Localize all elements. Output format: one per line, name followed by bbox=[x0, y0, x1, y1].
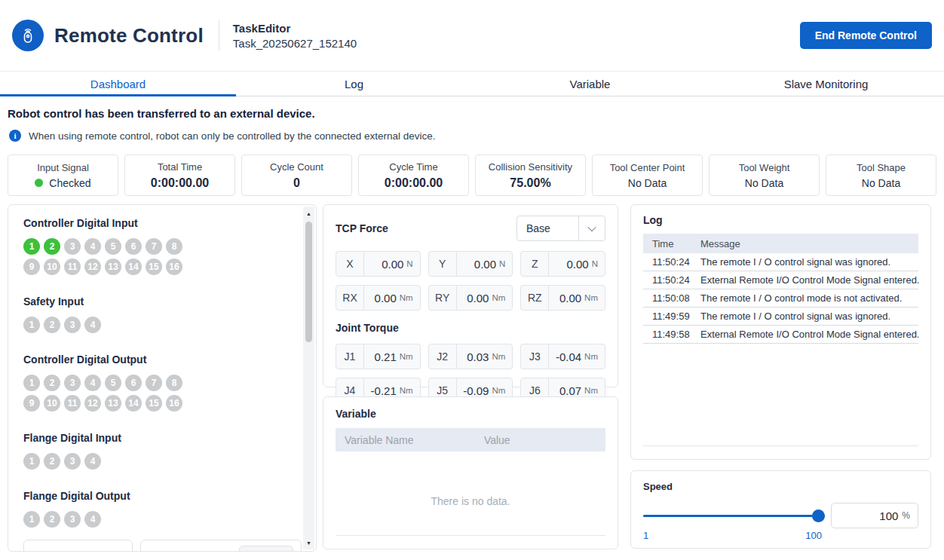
io-dot-row: 1234 bbox=[23, 511, 191, 528]
scrollbar-up-arrow-icon[interactable]: ▲ bbox=[303, 208, 314, 219]
dashboard-main: Controller Digital Input1234567891011121… bbox=[0, 204, 944, 555]
tab-variable[interactable]: Variable bbox=[472, 72, 708, 96]
tab-dashboard[interactable]: Dashboard bbox=[0, 72, 236, 96]
io-dot-12: 12 bbox=[84, 259, 101, 275]
stat-card-tool-shape: Tool ShapeNo Data bbox=[826, 155, 936, 196]
io-dot-13: 13 bbox=[105, 395, 121, 412]
end-remote-control-button[interactable]: End Remote Control bbox=[800, 22, 932, 49]
field-number: 0.21 bbox=[375, 350, 397, 363]
io-section-title: Safety Input bbox=[23, 295, 289, 308]
field-unit: N bbox=[499, 259, 505, 268]
field-number: 0.00 bbox=[559, 292, 581, 304]
io-dot-3: 3 bbox=[64, 238, 81, 255]
field-number: -0.21 bbox=[371, 384, 397, 397]
stat-label: Tool Center Point bbox=[610, 162, 685, 173]
speed-slider-fill bbox=[643, 515, 825, 517]
io-section-title: Controller Digital Output bbox=[23, 353, 289, 366]
chevron-down-icon bbox=[579, 225, 605, 231]
field-number: 0.07 bbox=[559, 384, 581, 397]
field-number: -0.04 bbox=[556, 350, 581, 363]
joint-torque-title: Joint Torque bbox=[336, 322, 605, 334]
log-rows: 11:50:24The remote I / O control signal … bbox=[643, 253, 918, 344]
tcp-force-field-z: Z0.00N bbox=[520, 251, 605, 277]
io-dot-11: 11 bbox=[64, 395, 81, 412]
joint-torque-fields: J10.21NmJ20.03NmJ3-0.04NmJ4-0.21NmJ5-0.0… bbox=[336, 344, 605, 403]
log-row: 11:50:24The remote I / O control signal … bbox=[643, 253, 918, 271]
speed-slider[interactable] bbox=[643, 509, 822, 522]
io-dot-7: 7 bbox=[146, 238, 162, 255]
field-value: 0.00N bbox=[457, 252, 513, 276]
io-dot-8: 8 bbox=[166, 238, 182, 255]
scrollbar-thumb[interactable] bbox=[305, 222, 312, 342]
partial-control-box[interactable] bbox=[140, 540, 302, 552]
speed-title: Speed bbox=[643, 481, 918, 492]
scrollbar-down-arrow-icon[interactable]: ▼ bbox=[303, 537, 314, 548]
io-dot-6: 6 bbox=[125, 238, 142, 255]
stat-card-total-time: Total Time0:00:00.00 bbox=[124, 155, 235, 196]
variable-panel-title: Variable bbox=[336, 408, 605, 420]
stat-label: Tool Shape bbox=[857, 162, 906, 173]
variable-empty-text: There is no data. bbox=[336, 495, 605, 507]
stat-card-cycle-count: Cycle Count0 bbox=[241, 155, 352, 196]
log-row: 11:50:08The remote I / O control mode is… bbox=[643, 289, 918, 308]
status-dot-icon bbox=[35, 179, 43, 187]
field-unit: N bbox=[592, 259, 598, 268]
field-number: 0.00 bbox=[375, 292, 397, 304]
stat-value: No Data bbox=[628, 177, 667, 189]
io-dot-row: 1234 bbox=[23, 317, 191, 333]
io-dot-5: 5 bbox=[105, 238, 121, 255]
speed-value-field[interactable]: 100 % bbox=[831, 503, 918, 528]
io-dot-9: 9 bbox=[23, 259, 40, 275]
stat-value: No Data bbox=[862, 177, 900, 189]
io-section-controller-digital-output: Controller Digital Output123456789101112… bbox=[23, 353, 289, 412]
field-number: 0.00 bbox=[467, 292, 489, 304]
io-section-flange-digital-output: Flange Digital Output1234 bbox=[23, 490, 289, 528]
tcp-force-field-rx: RX0.00Nm bbox=[336, 285, 421, 311]
io-dot-9: 9 bbox=[23, 395, 40, 412]
coordinate-frame-selected: Base bbox=[517, 222, 578, 234]
speed-slider-handle[interactable] bbox=[812, 510, 825, 522]
io-panel-scrollbar[interactable]: ▲ ▼ bbox=[303, 207, 314, 549]
tab-log[interactable]: Log bbox=[236, 72, 472, 96]
app-title: Remote Control bbox=[54, 24, 204, 47]
io-dot-4: 4 bbox=[84, 453, 101, 470]
field-number: -0.09 bbox=[463, 384, 489, 397]
speed-max-label: 100 bbox=[805, 530, 822, 541]
task-info: TaskEditor Task_20250627_152140 bbox=[233, 22, 357, 50]
stat-value: 0:00:00.00 bbox=[151, 176, 209, 190]
tcp-force-field-rz: RZ0.00Nm bbox=[520, 285, 605, 311]
log-row-message: The remote I / O control signal was igno… bbox=[700, 311, 918, 322]
field-value: -0.04Nm bbox=[549, 344, 605, 369]
task-name: Task_20250627_152140 bbox=[233, 37, 357, 50]
io-dot-2: 2 bbox=[44, 511, 60, 528]
speed-panel: Speed 100 % 1 100 bbox=[630, 470, 931, 549]
io-dot-11: 11 bbox=[64, 259, 81, 275]
field-value: 0.00Nm bbox=[549, 286, 605, 310]
tcp-force-field-ry: RY0.00Nm bbox=[428, 285, 513, 311]
io-section-title: Controller Digital Input bbox=[23, 217, 289, 229]
variable-value-column-header: Value bbox=[484, 434, 605, 446]
io-section-flange-digital-input: Flange Digital Input1234 bbox=[23, 432, 289, 470]
partial-inner-button[interactable] bbox=[239, 546, 293, 552]
io-dot-14: 14 bbox=[125, 259, 142, 275]
io-dot-row: 1234 bbox=[23, 453, 191, 470]
stat-label: Cycle Count bbox=[270, 161, 323, 173]
log-time-column-header: Time bbox=[643, 238, 700, 249]
tcp-force-panel: TCP Force Base X0.00NY0.00NZ0.00NRX0.00N… bbox=[323, 204, 618, 387]
stat-label: Collision Sensitivity bbox=[489, 161, 572, 173]
field-axis-label: RX bbox=[336, 286, 364, 310]
io-dot-1: 1 bbox=[23, 317, 40, 333]
tab-slave-monitoring[interactable]: Slave Monitoring bbox=[708, 72, 944, 96]
stat-card-cycle-time: Cycle Time0:00:00.00 bbox=[358, 155, 469, 196]
field-unit: Nm bbox=[492, 352, 505, 361]
coordinate-frame-dropdown[interactable]: Base bbox=[516, 216, 605, 241]
io-dot-13: 13 bbox=[105, 259, 121, 275]
log-row: 11:50:24External Remote I/O Control Mode… bbox=[643, 271, 918, 289]
field-unit: Nm bbox=[584, 293, 598, 302]
field-unit: Nm bbox=[400, 352, 413, 361]
log-row-time: 11:50:08 bbox=[643, 292, 700, 304]
log-row: 11:49:59The remote I / O control signal … bbox=[643, 308, 918, 326]
stat-card-collision-sensitivity: Collision Sensitivity75.00% bbox=[475, 155, 586, 196]
partial-input-box[interactable] bbox=[23, 540, 133, 552]
io-dot-2: 2 bbox=[44, 238, 60, 255]
